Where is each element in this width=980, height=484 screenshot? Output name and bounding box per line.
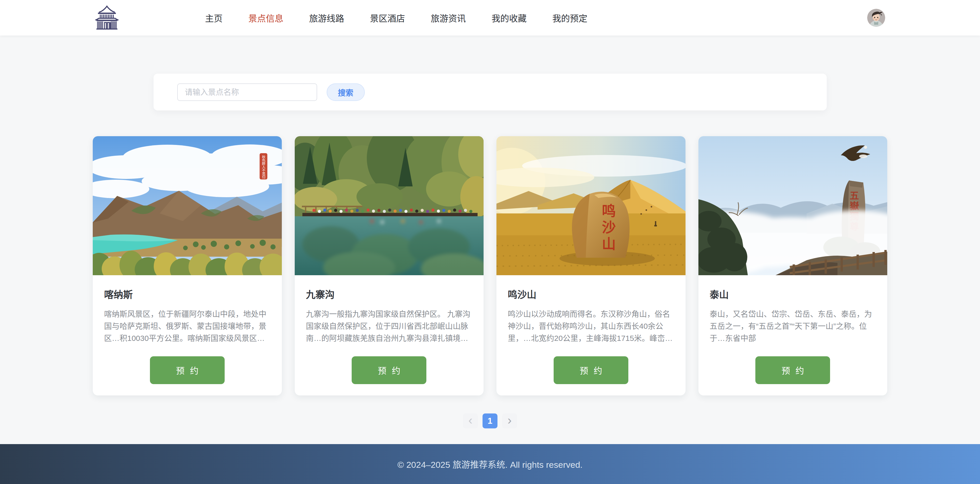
- search-panel: 搜索: [154, 74, 827, 110]
- attraction-title: 泰山: [710, 287, 876, 301]
- top-navbar: 主页 景点信息 旅游线路 景区酒店 旅游资讯 我的收藏 我的预定: [0, 0, 980, 35]
- attraction-card-jiuzhaigou[interactable]: 九寨沟 九寨沟一般指九寨沟国家级自然保护区。 九寨沟国家级自然保护区，位于四川省…: [295, 136, 484, 395]
- user-avatar[interactable]: [867, 9, 885, 27]
- card-body: 九寨沟 九寨沟一般指九寨沟国家级自然保护区。 九寨沟国家级自然保护区，位于四川省…: [295, 275, 484, 384]
- card-body: 鸣沙山 鸣沙山以沙动成响而得名。东汉称沙角山，俗名神沙山，晋代始称鸣沙山，其山东…: [496, 275, 686, 384]
- main-nav: 主页 景点信息 旅游线路 景区酒店 旅游资讯 我的收藏 我的预定: [205, 0, 587, 35]
- page: 主页 景点信息 旅游线路 景区酒店 旅游资讯 我的收藏 我的预定: [0, 0, 980, 484]
- jiuzhaigou-photo: [295, 136, 484, 275]
- pagination-next-button[interactable]: ›: [502, 413, 517, 428]
- reserve-button[interactable]: 预 约: [554, 356, 628, 384]
- nav-item-bookings[interactable]: 我的预定: [552, 0, 587, 35]
- attraction-card-taishan[interactable]: 五嶽獨尊: [698, 136, 888, 395]
- attraction-card-mingshashan[interactable]: 鸣沙山 鸣沙山 鸣沙山以沙动成响而得名。东汉称沙角山，俗名神沙山，晋代始称鸣沙山…: [496, 136, 686, 395]
- mingshashan-photo: 鸣沙山: [496, 136, 686, 275]
- attraction-description: 喀纳斯风景区，位于新疆阿尔泰山中段，地处中国与哈萨克斯坦、俄罗斯、蒙古国接壤地带…: [104, 308, 270, 344]
- nav-item-routes[interactable]: 旅游线路: [309, 0, 344, 35]
- pagination-page-1[interactable]: 1: [482, 413, 498, 428]
- search-button[interactable]: 搜索: [327, 83, 365, 101]
- footer: © 2024–2025 旅游推荐系统. All rights reserved.: [0, 444, 980, 484]
- nav-item-home[interactable]: 主页: [205, 0, 223, 35]
- attraction-card-list: 秋色醉人不思归 喀纳斯 喀纳斯风景区，位于新疆阿尔泰山中段，地处中国与哈萨克斯坦…: [93, 136, 887, 395]
- taishan-photo: 五嶽獨尊: [698, 136, 888, 275]
- attraction-title: 喀纳斯: [104, 287, 270, 301]
- attraction-card-kanas[interactable]: 秋色醉人不思归 喀纳斯 喀纳斯风景区，位于新疆阿尔泰山中段，地处中国与哈萨克斯坦…: [93, 136, 282, 395]
- pagination-prev-button[interactable]: ‹: [463, 413, 478, 428]
- search-input[interactable]: [177, 83, 317, 101]
- nav-item-favorites[interactable]: 我的收藏: [492, 0, 527, 35]
- reserve-button[interactable]: 预 约: [755, 356, 830, 384]
- kanas-photo: 秋色醉人不思归: [93, 136, 282, 275]
- attraction-description: 泰山，又名岱山、岱宗、岱岳、东岳、泰岳，为五岳之一，有“五岳之首”“天下第一山”…: [710, 308, 876, 344]
- nav-item-attractions[interactable]: 景点信息: [248, 0, 283, 35]
- pagination: ‹ 1 ›: [0, 413, 980, 428]
- nav-item-hotels[interactable]: 景区酒店: [370, 0, 405, 35]
- attraction-description: 九寨沟一般指九寨沟国家级自然保护区。 九寨沟国家级自然保护区，位于四川省西北部岷…: [306, 308, 473, 344]
- attraction-description: 鸣沙山以沙动成响而得名。东汉称沙角山，俗名神沙山，晋代始称鸣沙山，其山东西长40…: [508, 308, 674, 344]
- card-body: 喀纳斯 喀纳斯风景区，位于新疆阿尔泰山中段，地处中国与哈萨克斯坦、俄罗斯、蒙古国…: [93, 275, 282, 384]
- card-body: 泰山 泰山，又名岱山、岱宗、岱岳、东岳、泰岳，为五岳之一，有“五岳之首”“天下第…: [698, 275, 888, 384]
- reserve-button[interactable]: 预 约: [150, 356, 225, 384]
- site-logo-icon[interactable]: [94, 5, 120, 30]
- copyright-text: © 2024–2025 旅游推荐系统. All rights reserved.: [398, 458, 583, 470]
- attraction-title: 鸣沙山: [508, 287, 674, 301]
- reserve-button[interactable]: 预 约: [352, 356, 426, 384]
- mingshashan-rock-inscription: 鸣沙山: [600, 204, 616, 253]
- nav-item-news[interactable]: 旅游资讯: [431, 0, 466, 35]
- kanas-watermark-seal: 秋色醉人不思归: [261, 155, 265, 179]
- attraction-title: 九寨沟: [306, 287, 473, 301]
